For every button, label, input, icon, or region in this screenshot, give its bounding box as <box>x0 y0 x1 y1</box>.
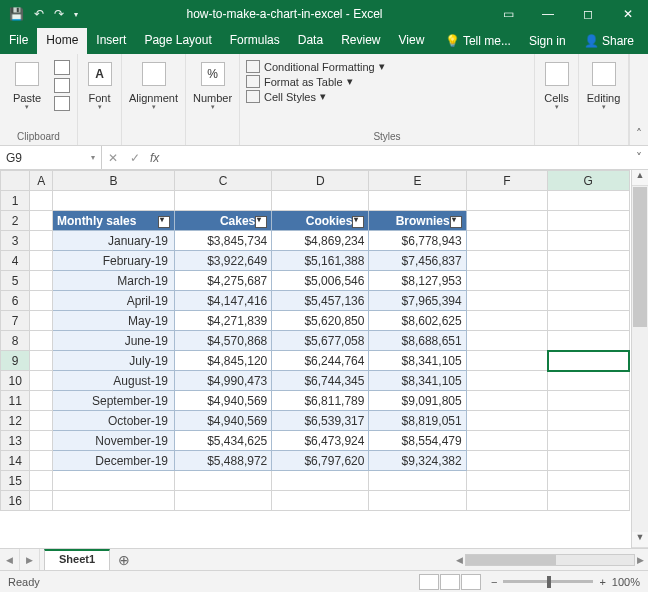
data-cell[interactable]: $8,554,479 <box>369 431 466 451</box>
data-cell[interactable]: $8,602,625 <box>369 311 466 331</box>
row-header-15[interactable]: 15 <box>1 471 30 491</box>
col-header-A[interactable]: A <box>30 171 53 191</box>
minimize-icon[interactable]: — <box>528 0 568 28</box>
table-header-label[interactable]: Monthly sales <box>52 211 174 231</box>
data-cell[interactable]: January-19 <box>52 231 174 251</box>
share-button[interactable]: 👤 Share <box>576 29 642 53</box>
row-header-10[interactable]: 10 <box>1 371 30 391</box>
name-box[interactable]: G9▾ <box>0 146 102 169</box>
empty-cell[interactable] <box>52 491 174 511</box>
data-cell[interactable]: $7,456,837 <box>369 251 466 271</box>
row-header-6[interactable]: 6 <box>1 291 30 311</box>
data-cell[interactable]: July-19 <box>52 351 174 371</box>
filter-icon[interactable] <box>352 216 364 228</box>
empty-cell[interactable] <box>369 191 466 211</box>
zoom-out-icon[interactable]: − <box>491 576 497 588</box>
hscroll-left-icon[interactable]: ◀ <box>456 555 463 565</box>
tell-me[interactable]: 💡 Tell me... <box>437 29 519 53</box>
empty-cell[interactable] <box>30 191 53 211</box>
data-cell[interactable]: $5,620,850 <box>272 311 369 331</box>
cell-G3[interactable] <box>548 231 629 251</box>
data-cell[interactable]: March-19 <box>52 271 174 291</box>
empty-cell[interactable] <box>30 491 53 511</box>
redo-icon[interactable]: ↷ <box>51 5 67 23</box>
number-group-button[interactable]: %Number▾ <box>192 58 233 110</box>
cell-G4[interactable] <box>548 251 629 271</box>
data-cell[interactable]: $4,869,234 <box>272 231 369 251</box>
zoom-level[interactable]: 100% <box>612 576 640 588</box>
cell-G9[interactable] <box>548 351 629 371</box>
data-cell[interactable]: $8,819,051 <box>369 411 466 431</box>
empty-cell[interactable] <box>466 491 547 511</box>
cell-styles-button[interactable]: Cell Styles ▾ <box>246 90 385 103</box>
empty-cell[interactable] <box>548 191 629 211</box>
data-cell[interactable]: May-19 <box>52 311 174 331</box>
col-header-E[interactable]: E <box>369 171 466 191</box>
data-cell[interactable]: $4,570,868 <box>175 331 272 351</box>
maximize-icon[interactable]: ◻ <box>568 0 608 28</box>
filter-icon[interactable] <box>255 216 267 228</box>
cancel-formula-icon[interactable]: ✕ <box>102 151 124 165</box>
row-header-1[interactable]: 1 <box>1 191 30 211</box>
cell-G10[interactable] <box>548 371 629 391</box>
empty-cell[interactable] <box>548 491 629 511</box>
spreadsheet-grid[interactable]: ABCDEFG12Monthly salesCakesCookiesBrowni… <box>0 170 631 548</box>
table-header-cookies[interactable]: Cookies <box>272 211 369 231</box>
table-header-cakes[interactable]: Cakes <box>175 211 272 231</box>
fx-icon[interactable]: fx <box>146 151 163 165</box>
prev-sheet-icon[interactable]: ◀ <box>0 549 20 570</box>
empty-cell[interactable] <box>369 491 466 511</box>
empty-cell[interactable] <box>175 491 272 511</box>
empty-cell[interactable] <box>52 191 174 211</box>
empty-cell[interactable] <box>175 191 272 211</box>
empty-cell[interactable] <box>272 191 369 211</box>
scroll-thumb[interactable] <box>633 187 647 327</box>
col-header-D[interactable]: D <box>272 171 369 191</box>
alignment-group-button[interactable]: Alignment▾ <box>128 58 179 110</box>
data-cell[interactable]: $5,488,972 <box>175 451 272 471</box>
sheet-tab[interactable]: Sheet1 <box>44 549 110 570</box>
data-cell[interactable]: $5,006,546 <box>272 271 369 291</box>
data-cell[interactable]: $3,922,649 <box>175 251 272 271</box>
format-as-table-button[interactable]: Format as Table ▾ <box>246 75 385 88</box>
editing-group-button[interactable]: Editing▾ <box>585 58 622 110</box>
vertical-scrollbar[interactable]: ▲ ▼ <box>631 170 648 548</box>
data-cell[interactable]: $8,688,651 <box>369 331 466 351</box>
data-cell[interactable]: $6,473,924 <box>272 431 369 451</box>
data-cell[interactable]: $5,434,625 <box>175 431 272 451</box>
data-cell[interactable]: $5,677,058 <box>272 331 369 351</box>
tab-home[interactable]: Home <box>37 28 87 54</box>
tab-file[interactable]: File <box>0 28 37 54</box>
data-cell[interactable]: $6,244,764 <box>272 351 369 371</box>
row-header-16[interactable]: 16 <box>1 491 30 511</box>
enter-formula-icon[interactable]: ✓ <box>124 151 146 165</box>
sign-in[interactable]: Sign in <box>521 29 574 53</box>
new-sheet-button[interactable]: ⊕ <box>110 549 138 570</box>
row-header-2[interactable]: 2 <box>1 211 30 231</box>
data-cell[interactable]: $5,457,136 <box>272 291 369 311</box>
hscroll-right-icon[interactable]: ▶ <box>637 555 644 565</box>
empty-cell[interactable] <box>30 471 53 491</box>
copy-icon[interactable] <box>54 78 70 93</box>
zoom-in-icon[interactable]: + <box>599 576 605 588</box>
collapse-ribbon-button[interactable]: ˄ <box>629 54 648 145</box>
data-cell[interactable]: $4,147,416 <box>175 291 272 311</box>
cell-G7[interactable] <box>548 311 629 331</box>
row-header-4[interactable]: 4 <box>1 251 30 271</box>
filter-icon[interactable] <box>158 216 170 228</box>
data-cell[interactable]: $8,341,105 <box>369 351 466 371</box>
empty-cell[interactable] <box>52 471 174 491</box>
empty-cell[interactable] <box>272 471 369 491</box>
empty-cell[interactable] <box>466 191 547 211</box>
data-cell[interactable]: June-19 <box>52 331 174 351</box>
data-cell[interactable]: $8,341,105 <box>369 371 466 391</box>
empty-cell[interactable] <box>175 471 272 491</box>
data-cell[interactable]: $4,990,473 <box>175 371 272 391</box>
data-cell[interactable]: $4,275,687 <box>175 271 272 291</box>
row-header-9[interactable]: 9 <box>1 351 30 371</box>
expand-formula-bar-icon[interactable]: ˅ <box>630 151 648 165</box>
tab-review[interactable]: Review <box>332 28 389 54</box>
cells-group-button[interactable]: Cells▾ <box>541 58 572 110</box>
data-cell[interactable]: $5,161,388 <box>272 251 369 271</box>
ribbon-options-icon[interactable]: ▭ <box>488 0 528 28</box>
